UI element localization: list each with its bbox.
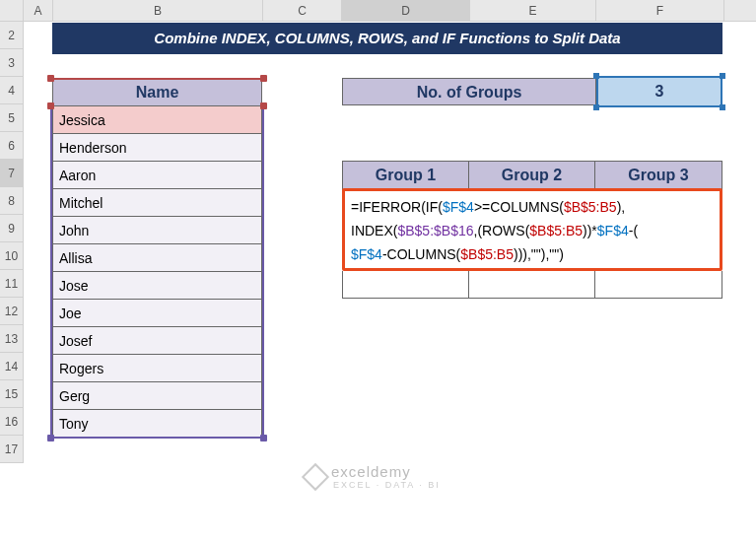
column-headers: A B C D E F bbox=[0, 0, 756, 22]
col-header-A[interactable]: A bbox=[24, 0, 53, 21]
formula-text: ))),""),"") bbox=[514, 246, 564, 262]
col-header-C[interactable]: C bbox=[263, 0, 342, 21]
row-header-4[interactable]: 4 bbox=[0, 77, 24, 104]
name-row[interactable]: Tony bbox=[53, 410, 261, 438]
formula-text: >=COLUMNS( bbox=[474, 199, 564, 215]
page-title: Combine INDEX, COLUMNS, ROWS, and IF Fun… bbox=[52, 23, 722, 54]
name-row[interactable]: Gerg bbox=[53, 382, 261, 410]
formula-ref: $B$5:B5 bbox=[460, 246, 514, 262]
formula-ref: $B$5:$B$16 bbox=[397, 223, 473, 238]
range-handle-icon[interactable] bbox=[47, 435, 54, 441]
selection-handle-icon[interactable] bbox=[720, 73, 725, 79]
range-handle-icon[interactable] bbox=[47, 102, 54, 109]
selection-handle-icon[interactable] bbox=[593, 73, 599, 79]
groups-label: No. of Groups bbox=[342, 78, 596, 105]
name-row[interactable]: Joe bbox=[53, 300, 261, 327]
formula-text: -( bbox=[629, 223, 638, 238]
group-header-2: Group 2 bbox=[469, 162, 595, 189]
name-row[interactable]: Josef bbox=[53, 327, 261, 355]
name-row[interactable]: Rogers bbox=[53, 355, 261, 382]
formula-ref: $F$4 bbox=[597, 223, 629, 238]
row-header-16[interactable]: 16 bbox=[0, 408, 24, 436]
name-table-header: Name bbox=[53, 79, 261, 106]
row-headers: 2 3 4 5 6 7 8 9 10 11 12 13 14 15 16 17 bbox=[0, 22, 24, 463]
formula-text: -COLUMNS( bbox=[382, 246, 460, 262]
name-row[interactable]: Mitchel bbox=[53, 189, 261, 217]
name-row[interactable]: Aaron bbox=[53, 162, 261, 189]
formula-display[interactable]: =IFERROR(IF($F$4>=COLUMNS($B$5:B5), INDE… bbox=[342, 188, 722, 271]
group-cell[interactable] bbox=[468, 271, 594, 299]
row-header-6[interactable]: 6 bbox=[0, 132, 24, 160]
name-row[interactable]: Allisa bbox=[53, 244, 261, 272]
range-handle-icon[interactable] bbox=[47, 75, 54, 82]
group-table-body bbox=[342, 271, 722, 299]
row-header-3[interactable]: 3 bbox=[0, 49, 24, 77]
formula-ref: $B$5:B5 bbox=[529, 223, 583, 238]
col-header-E[interactable]: E bbox=[470, 0, 596, 21]
row-header-10[interactable]: 10 bbox=[0, 242, 24, 270]
range-handle-icon[interactable] bbox=[260, 75, 267, 82]
watermark-brand: exceldemy bbox=[331, 463, 441, 480]
selection-handle-icon[interactable] bbox=[593, 104, 599, 110]
name-row[interactable]: Jessica bbox=[53, 106, 261, 134]
select-all-corner[interactable] bbox=[0, 0, 24, 21]
row-header-14[interactable]: 14 bbox=[0, 353, 24, 380]
name-table: Name Jessica Henderson Aaron Mitchel Joh… bbox=[52, 78, 262, 439]
name-row[interactable]: Henderson bbox=[53, 134, 261, 162]
col-header-B[interactable]: B bbox=[53, 0, 263, 21]
formula-ref: $B$5:B5 bbox=[564, 199, 617, 215]
selection-handle-icon[interactable] bbox=[720, 104, 725, 110]
formula-text: =IFERROR(IF( bbox=[351, 199, 443, 215]
range-handle-icon[interactable] bbox=[260, 435, 267, 441]
row-header-5[interactable]: 5 bbox=[0, 104, 24, 132]
formula-text: ,(ROWS( bbox=[474, 223, 530, 238]
formula-ref: $F$4 bbox=[443, 199, 474, 215]
col-header-F[interactable]: F bbox=[596, 0, 724, 21]
name-row[interactable]: John bbox=[53, 217, 261, 244]
row-header-8[interactable]: 8 bbox=[0, 187, 24, 215]
row-header-17[interactable]: 17 bbox=[0, 436, 24, 463]
name-row[interactable]: Jose bbox=[53, 272, 261, 300]
formula-text: ))* bbox=[583, 223, 597, 238]
formula-text: INDEX( bbox=[351, 223, 397, 238]
groups-value-cell[interactable]: 3 bbox=[596, 76, 722, 107]
row-header-2[interactable]: 2 bbox=[0, 22, 24, 49]
watermark: exceldemy EXCEL · DATA · BI bbox=[306, 463, 441, 490]
group-header-3: Group 3 bbox=[595, 162, 722, 189]
row-header-11[interactable]: 11 bbox=[0, 270, 24, 298]
row-header-12[interactable]: 12 bbox=[0, 298, 24, 325]
row-header-13[interactable]: 13 bbox=[0, 325, 24, 353]
row-header-9[interactable]: 9 bbox=[0, 215, 24, 242]
group-header-1: Group 1 bbox=[343, 162, 469, 189]
range-handle-icon[interactable] bbox=[260, 102, 267, 109]
formula-text: ), bbox=[617, 199, 626, 215]
group-cell[interactable] bbox=[342, 271, 468, 299]
watermark-logo-icon bbox=[302, 462, 329, 490]
group-table-header: Group 1 Group 2 Group 3 bbox=[342, 161, 722, 190]
col-header-D[interactable]: D bbox=[342, 0, 470, 21]
row-header-15[interactable]: 15 bbox=[0, 380, 24, 408]
watermark-sub: EXCEL · DATA · BI bbox=[333, 480, 441, 490]
formula-ref: $F$4 bbox=[351, 246, 382, 262]
group-cell[interactable] bbox=[594, 271, 722, 299]
row-header-7[interactable]: 7 bbox=[0, 160, 24, 187]
